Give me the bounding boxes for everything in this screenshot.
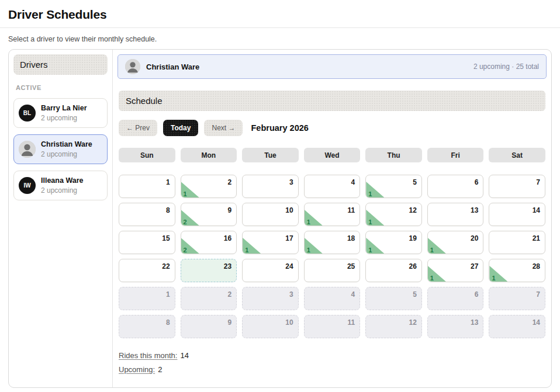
prev-month-button[interactable]: ← Prev bbox=[119, 120, 157, 136]
upcoming-count: Upcoming:2 bbox=[119, 365, 545, 374]
rides-count: 1 bbox=[184, 190, 187, 197]
drivers-sidebar: Drivers ACTIVE BL Barry La Nier bbox=[9, 50, 113, 387]
weekday-header: Wed bbox=[304, 148, 361, 162]
rides-count: 1 bbox=[368, 247, 372, 254]
weekday-header: Sat bbox=[489, 148, 545, 162]
calendar-day[interactable]: 4 bbox=[304, 287, 361, 310]
rides-badge: 1 bbox=[428, 266, 446, 282]
calendar-day[interactable]: 13 bbox=[427, 203, 484, 226]
calendar-day[interactable]: 19 1 bbox=[365, 231, 422, 254]
day-number: 19 bbox=[409, 234, 416, 242]
rides-count: 1 bbox=[307, 247, 310, 254]
rides-badge: 1 bbox=[305, 210, 323, 226]
driver-avatar: BL bbox=[19, 105, 36, 122]
day-number: 1 bbox=[166, 178, 170, 186]
calendar-day[interactable]: 11 1 bbox=[304, 203, 361, 226]
calendar-day[interactable]: 25 bbox=[304, 259, 361, 282]
rides-badge: 1 bbox=[181, 182, 199, 197]
driver-list-item[interactable]: CW Christian Ware 2 upcoming bbox=[13, 134, 108, 164]
calendar-day[interactable]: 3 bbox=[242, 287, 299, 310]
day-number: 3 bbox=[289, 290, 293, 299]
day-number: 10 bbox=[285, 318, 293, 327]
calendar-day[interactable]: 8 bbox=[119, 315, 175, 338]
driver-list-item[interactable]: BL Barry La Nier 2 upcoming bbox=[13, 98, 108, 128]
calendar-day[interactable]: 1 bbox=[119, 175, 175, 198]
calendar-day[interactable]: 15 bbox=[119, 231, 175, 254]
schedule-main: Christian Ware 2 upcoming · 25 total Sch… bbox=[113, 50, 551, 387]
day-number: 8 bbox=[166, 318, 170, 327]
day-number: 2 bbox=[227, 290, 231, 299]
day-number: 23 bbox=[224, 262, 231, 270]
calendar-day[interactable]: 9 bbox=[181, 315, 237, 338]
day-number: 11 bbox=[348, 206, 355, 214]
person-photo-icon bbox=[125, 59, 140, 74]
calendar-day[interactable]: 6 bbox=[427, 287, 484, 310]
weekday-header: Fri bbox=[427, 148, 484, 162]
calendar-day[interactable]: 12 1 bbox=[365, 203, 422, 226]
rides-badge: 1 bbox=[428, 238, 446, 254]
rides-badge: 1 bbox=[366, 210, 384, 226]
next-month-button[interactable]: Next → bbox=[204, 120, 243, 136]
day-number: 26 bbox=[409, 262, 416, 270]
day-number: 6 bbox=[475, 290, 479, 299]
rides-badge: 1 bbox=[489, 266, 507, 282]
calendar-day[interactable]: 21 bbox=[489, 231, 545, 254]
calendar-day[interactable]: 22 bbox=[119, 259, 175, 282]
calendar-day[interactable]: 10 bbox=[242, 203, 299, 226]
rides-count: 2 bbox=[184, 218, 187, 226]
calendar-day[interactable]: 14 bbox=[489, 315, 545, 338]
calendar-day[interactable]: 14 bbox=[489, 203, 545, 226]
day-number: 15 bbox=[162, 234, 170, 242]
calendar-day[interactable]: 2 bbox=[181, 287, 237, 310]
calendar-day[interactable]: 23 bbox=[181, 259, 237, 282]
calendar-day[interactable]: 5 1 bbox=[365, 175, 422, 198]
calendar-day[interactable]: 27 1 bbox=[427, 259, 484, 282]
day-number: 2 bbox=[227, 178, 231, 186]
calendar-day[interactable]: 26 bbox=[365, 259, 422, 282]
driver-avatar: CW bbox=[19, 141, 36, 158]
calendar-day[interactable]: 12 bbox=[365, 315, 422, 338]
calendar-day[interactable]: 24 bbox=[242, 259, 299, 282]
page-header: Driver Schedules bbox=[0, 0, 560, 28]
calendar-day[interactable]: 5 bbox=[365, 287, 422, 310]
upcoming-value: 2 bbox=[158, 365, 162, 374]
driver-list-item[interactable]: IW Illeana Ware 2 upcoming bbox=[13, 171, 108, 200]
day-number: 7 bbox=[536, 178, 540, 186]
month-label: February 2026 bbox=[251, 123, 308, 133]
day-number: 9 bbox=[227, 318, 231, 327]
calendar-day[interactable]: 1 bbox=[119, 287, 175, 310]
calendar-day[interactable]: 17 1 bbox=[242, 231, 299, 254]
rides-count: 1 bbox=[430, 247, 434, 254]
weekday-header: Mon bbox=[181, 148, 237, 162]
calendar-day[interactable]: 20 1 bbox=[427, 231, 484, 254]
day-number: 5 bbox=[413, 178, 417, 186]
calendar-day[interactable]: 8 bbox=[119, 203, 175, 226]
weekday-header: Thu bbox=[365, 148, 422, 162]
calendar-day[interactable]: 13 bbox=[427, 315, 484, 338]
calendar-day[interactable]: 6 bbox=[427, 175, 484, 198]
calendar-day[interactable]: 2 1 bbox=[181, 175, 237, 198]
today-button[interactable]: Today bbox=[163, 120, 198, 136]
day-number: 18 bbox=[347, 234, 355, 242]
calendar-day[interactable]: 3 bbox=[242, 175, 299, 198]
day-number: 5 bbox=[413, 290, 417, 299]
day-number: 10 bbox=[285, 206, 293, 214]
rides-count: 1 bbox=[368, 218, 372, 226]
calendar-day[interactable]: 7 bbox=[489, 175, 545, 198]
sidebar-header: Drivers bbox=[13, 54, 108, 75]
driver-status: 2 upcoming bbox=[41, 113, 87, 123]
calendar-day[interactable]: 28 1 bbox=[489, 259, 545, 282]
weekday-header-row: Sun Mon Tue Wed Thu Fri Sat bbox=[119, 148, 545, 162]
calendar-day[interactable]: 10 bbox=[242, 315, 299, 338]
rides-badge: 1 bbox=[366, 238, 384, 254]
calendar-day[interactable]: 16 2 bbox=[181, 231, 237, 254]
calendar-day[interactable]: 11 bbox=[304, 315, 361, 338]
day-number: 14 bbox=[533, 318, 540, 327]
day-number: 14 bbox=[533, 206, 540, 214]
rides-badge: 2 bbox=[181, 238, 199, 254]
calendar-day[interactable]: 4 bbox=[304, 175, 361, 198]
calendar-day[interactable]: 9 2 bbox=[181, 203, 237, 226]
calendar-day[interactable]: 18 1 bbox=[304, 231, 361, 254]
calendar-day[interactable]: 7 bbox=[489, 287, 545, 310]
day-number: 13 bbox=[471, 318, 478, 327]
